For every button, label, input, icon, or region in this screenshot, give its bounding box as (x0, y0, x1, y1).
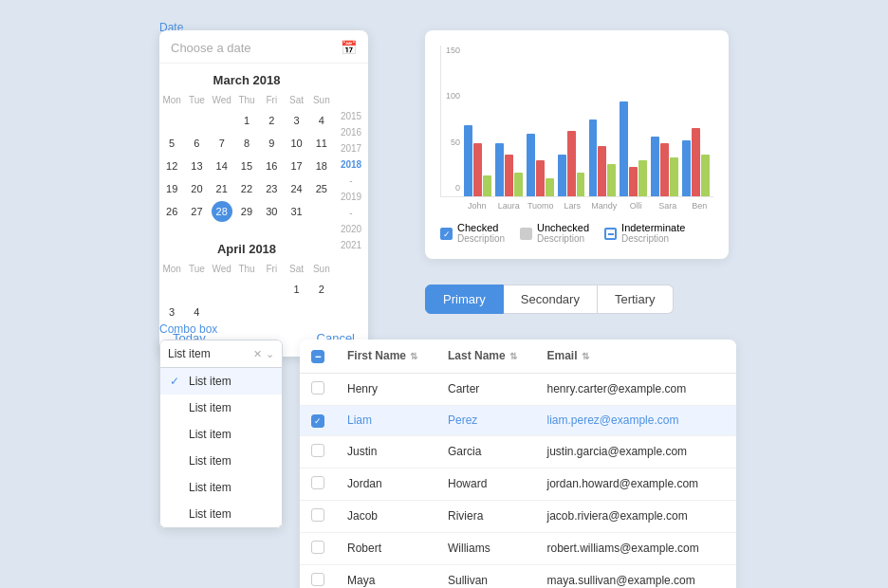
cal-day-8[interactable]: 8 (236, 133, 257, 154)
legend-unchecked: Unchecked Description (520, 222, 589, 244)
chart-group-john (464, 125, 491, 196)
x-label-tuomo: Tuomo (527, 201, 555, 211)
cal-day-18[interactable]: 18 (311, 156, 332, 176)
sort-icon[interactable]: ⇅ (582, 351, 589, 361)
cal-day-19[interactable]: 19 (161, 178, 182, 199)
bar-green (514, 173, 523, 196)
td-email: jordan.howard@example.com (536, 468, 737, 500)
combo-item-0[interactable]: ✓ List item (160, 368, 282, 395)
combo-item-label: List item (189, 375, 231, 388)
year-2020[interactable]: 2020 (341, 222, 361, 236)
row-checkbox[interactable] (311, 573, 324, 586)
year-2021[interactable]: 2021 (341, 238, 361, 252)
date-input-row[interactable]: Choose a date 📅 (159, 30, 368, 64)
year-2017[interactable]: 2017 (341, 141, 361, 156)
calendar-icon[interactable]: 📅 (341, 40, 357, 55)
cal-day-other[interactable] (311, 201, 332, 222)
cal-day-2[interactable]: 2 (261, 110, 282, 131)
cal-day-21[interactable]: 21 (212, 178, 232, 199)
cal-day-13[interactable]: 13 (186, 156, 207, 176)
cal-day-17[interactable]: 17 (287, 156, 307, 176)
legend-indeterminate: Indeterminate Description (604, 222, 685, 244)
year-2019[interactable]: 2019 (341, 190, 361, 204)
bar-red (473, 143, 482, 196)
th-firstname-inner: First Name ⇅ (347, 349, 425, 362)
year-2016[interactable]: 2016 (341, 125, 361, 139)
cal-day-31[interactable]: 31 (287, 201, 307, 222)
year-2018[interactable]: 2018 (341, 157, 361, 172)
td-email: maya.sullivan@example.com (536, 564, 737, 588)
apr-1[interactable]: 1 (287, 279, 307, 300)
cal-day-23[interactable]: 23 (261, 178, 282, 199)
legend-indeterminate-label: Indeterminate (621, 222, 685, 233)
cal-day-22[interactable]: 22 (236, 178, 257, 199)
cal-day[interactable] (161, 110, 182, 131)
tertiary-button[interactable]: Tertiary (598, 285, 674, 314)
sort-icon[interactable]: ⇅ (410, 351, 417, 361)
row-checkbox[interactable] (311, 476, 324, 489)
td-lastname: Sullivan (436, 564, 536, 588)
cal-day-5[interactable]: 5 (161, 133, 182, 154)
combo-item-4[interactable]: List item (160, 474, 282, 501)
year-2015[interactable]: 2015 (341, 109, 361, 123)
month-title-march: March 2018 (159, 64, 334, 93)
secondary-button[interactable]: Secondary (504, 285, 598, 314)
combo-item-5[interactable]: List item (160, 501, 282, 527)
cal-day-11[interactable]: 11 (311, 133, 332, 154)
cal-day-4[interactable]: 4 (311, 110, 332, 131)
sort-icon[interactable]: ⇅ (509, 351, 517, 361)
cal-day-3[interactable]: 3 (287, 110, 307, 131)
clear-icon[interactable]: ✕ (253, 348, 262, 360)
legend-checked-text: Checked Description (457, 222, 505, 244)
dow-tue: Tue (184, 93, 209, 109)
cal-day-12[interactable]: 12 (161, 156, 182, 176)
combo-item-1[interactable]: List item (160, 395, 282, 421)
cal-day-16[interactable]: 16 (261, 156, 282, 176)
cal-day[interactable] (186, 110, 207, 131)
cal-day-7[interactable]: 7 (212, 133, 232, 154)
bar-red (567, 131, 576, 196)
cal-day-24[interactable]: 24 (287, 178, 307, 199)
row-checkbox[interactable] (311, 541, 324, 554)
cal-day[interactable] (212, 110, 232, 131)
chart-legend: ✓ Checked Description Unchecked Descript… (440, 222, 713, 244)
cal-day-28-today[interactable]: 28 (212, 201, 232, 222)
bar-green (546, 178, 554, 196)
row-checkbox[interactable] (311, 508, 324, 522)
apr-3[interactable]: 3 (161, 302, 182, 322)
row-checkbox[interactable] (311, 444, 324, 457)
bar-green (670, 157, 678, 196)
cal-day-26[interactable]: 26 (161, 201, 182, 222)
header-checkbox[interactable]: ‒ (311, 350, 324, 363)
combo-item-2[interactable]: List item (160, 421, 282, 448)
td-firstname: Liam (336, 405, 436, 435)
cal-day-27[interactable]: 27 (186, 201, 207, 222)
cal-day-10[interactable]: 10 (287, 133, 307, 154)
apr-4[interactable]: 4 (186, 302, 207, 322)
cal-day-6[interactable]: 6 (186, 133, 207, 154)
cal-day-1[interactable]: 1 (236, 110, 257, 131)
row-checkbox[interactable] (311, 381, 324, 395)
x-label-ben: Ben (686, 201, 714, 211)
apr-2[interactable]: 2 (311, 279, 332, 300)
combo-item-3[interactable]: List item (160, 448, 282, 474)
chevron-down-icon[interactable]: ⌄ (266, 348, 274, 360)
primary-button[interactable]: Primary (425, 285, 504, 314)
table-row: Maya Sullivan maya.sullivan@example.com (300, 564, 736, 588)
chart-group-lars (558, 131, 585, 196)
cal-day-9[interactable]: 9 (261, 133, 282, 154)
cal-day-14[interactable]: 14 (212, 156, 232, 176)
td-email: robert.williams@example.com (536, 532, 737, 564)
cal-day-20[interactable]: 20 (186, 178, 207, 199)
th-firstname: First Name ⇅ (336, 340, 436, 373)
td-lastname: Garcia (436, 435, 536, 468)
cal-day-15[interactable]: 15 (236, 156, 257, 176)
combo-input[interactable]: List item ✕ ⌄ (159, 340, 283, 368)
cal-day-29[interactable]: 29 (236, 201, 257, 222)
cal-day-30[interactable]: 30 (261, 201, 282, 222)
cal-day-25[interactable]: 25 (311, 178, 332, 199)
bar-red (660, 143, 669, 196)
row-checkbox-checked[interactable]: ✓ (311, 414, 324, 428)
td-firstname: Robert (336, 532, 436, 564)
legend-checked: ✓ Checked Description (440, 222, 505, 244)
